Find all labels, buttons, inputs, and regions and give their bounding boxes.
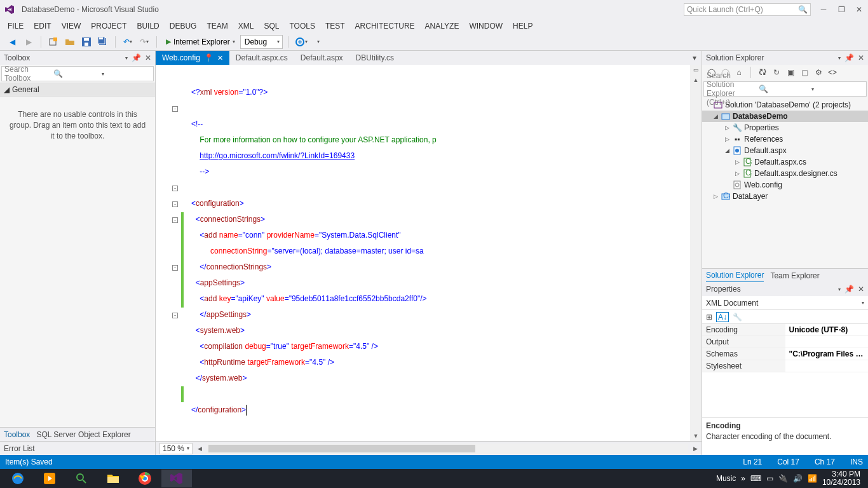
close-icon[interactable]: ✕ [858, 53, 864, 62]
tabs-dropdown-icon[interactable]: ▾ [688, 53, 702, 62]
taskbar-search-icon[interactable] [66, 470, 97, 487]
menu-debug[interactable]: DEBUG [170, 22, 197, 30]
save-all-button[interactable] [96, 35, 110, 49]
panel-options-icon[interactable]: ▾ [838, 287, 841, 292]
pin-icon[interactable]: 📌 [844, 53, 854, 62]
open-button[interactable] [63, 35, 77, 49]
close-icon[interactable]: ✕ [217, 54, 223, 62]
tab-error-list[interactable]: Error List [0, 441, 155, 455]
properties-object-type[interactable]: XML Document▾ [702, 296, 868, 310]
quick-launch-input[interactable]: Quick Launch (Ctrl+Q) 🔍 [684, 3, 811, 16]
pin-icon[interactable]: 📍 [204, 53, 214, 62]
pin-icon[interactable]: 📌 [132, 53, 141, 62]
tray-clock[interactable]: 3:40 PM 10/24/2013 [822, 470, 860, 487]
back-button[interactable]: ◀ [5, 35, 19, 49]
undo-button[interactable]: ↶ ▾ [121, 35, 135, 49]
menu-edit[interactable]: EDIT [34, 22, 51, 30]
maximize-button[interactable]: ❐ [836, 5, 846, 14]
forward-button[interactable]: ▶ [22, 35, 36, 49]
scroll-left-icon[interactable]: ◀ [198, 445, 202, 452]
tree-project-datalayer[interactable]: ▷C#DataLayer [702, 191, 868, 202]
menu-file[interactable]: FILE [8, 22, 24, 30]
show-all-icon[interactable]: ▢ [799, 67, 810, 78]
tree-default-designer-cs[interactable]: ▷C#Default.aspx.designer.cs [702, 168, 868, 179]
preview-icon[interactable]: <> [827, 67, 837, 78]
tab-sql-server-object-explorer[interactable]: SQL Server Object Explorer [36, 430, 130, 439]
redo-button[interactable]: ↷ ▾ [137, 35, 151, 49]
tab-team-explorer[interactable]: Team Explorer [770, 271, 819, 280]
tree-default-aspx[interactable]: ◢Default.aspx [702, 145, 868, 156]
config-dropdown[interactable]: Debug▾ [240, 35, 283, 49]
tree-references[interactable]: ▷▪▪References [702, 133, 868, 145]
tab-solution-explorer[interactable]: Solution Explorer [706, 269, 764, 283]
forward-icon[interactable]: ◯ [720, 67, 730, 78]
tray-more-icon[interactable]: » [741, 474, 745, 483]
tree-solution-root[interactable]: Solution 'DatabaseDemo' (2 projects) [702, 99, 868, 111]
horizontal-scrollbar[interactable] [207, 444, 688, 454]
tray-power-icon[interactable]: 🔌 [778, 474, 788, 483]
collapse-icon[interactable]: ▣ [785, 67, 796, 78]
tree-default-aspx-cs[interactable]: ▷C#Default.aspx.cs [702, 156, 868, 168]
code-content[interactable]: <?xml version="1.0"?> <!-- For more info… [191, 69, 688, 434]
taskbar-visualstudio-icon[interactable] [161, 470, 192, 487]
menu-build[interactable]: BUILD [137, 22, 159, 30]
system-tray[interactable]: Music » ⌨ ▭ 🔌 🔊 📶 3:40 PM 10/24/2013 [716, 470, 865, 487]
toolbox-group-general[interactable]: ◢ General [0, 83, 155, 97]
split-icon[interactable]: ▭ [690, 65, 702, 75]
taskbar-ie-icon[interactable] [3, 470, 33, 487]
vertical-scrollbar[interactable]: ▭ ▲ ▼ [690, 65, 702, 441]
menu-sql[interactable]: SQL [264, 22, 279, 30]
solution-explorer-search-input[interactable]: Search Solution Explorer (Ctrl+;) 🔍▾ [703, 81, 867, 97]
editor-gutter[interactable]: - --- - - [156, 69, 181, 402]
browser-link-button[interactable]: ▾ [294, 35, 309, 49]
properties-grid[interactable]: EncodingUnicode (UTF-8) Output Schemas"C… [702, 324, 868, 372]
tab-default-aspx-cs[interactable]: Default.aspx.cs [229, 51, 294, 65]
taskbar-media-icon[interactable] [34, 470, 65, 487]
pin-icon[interactable]: 📌 [844, 285, 854, 294]
start-debug-button[interactable]: ▶Internet Explorer▾ [162, 35, 238, 49]
tray-keyboard-icon[interactable]: ⌨ [750, 474, 761, 483]
menu-team[interactable]: TEAM [207, 22, 227, 30]
menu-view[interactable]: VIEW [62, 22, 81, 30]
close-icon[interactable]: ✕ [145, 53, 151, 62]
menu-project[interactable]: PROJECT [91, 22, 126, 30]
property-pages-icon[interactable]: 🔧 [733, 313, 742, 322]
alphabetical-icon[interactable]: A↓ [716, 312, 729, 322]
search-icon[interactable]: 🔍 [798, 5, 808, 14]
menu-window[interactable]: WINDOW [469, 22, 503, 30]
tree-properties[interactable]: ▷🔧Properties [702, 122, 868, 133]
tab-default-aspx[interactable]: Default.aspx [294, 51, 349, 65]
tree-project-databasedemo[interactable]: ◢DatabaseDemo [702, 111, 868, 122]
menu-tools[interactable]: TOOLS [289, 22, 315, 30]
toolbox-search-input[interactable]: Search Toolbox 🔍▾ [1, 66, 154, 81]
close-button[interactable]: ✕ [854, 5, 864, 14]
zoom-dropdown[interactable]: 150 %▾ [159, 443, 193, 454]
tab-toolbox[interactable]: Toolbox [4, 430, 30, 439]
solution-tree[interactable]: Solution 'DatabaseDemo' (2 projects) ◢Da… [702, 98, 868, 268]
tab-web-config[interactable]: Web.config📍✕ [156, 51, 229, 65]
refresh-icon[interactable]: ↻ [771, 67, 782, 78]
tray-volume-icon[interactable]: 🔊 [793, 474, 803, 483]
tree-web-config[interactable]: Web.config [702, 179, 868, 191]
panel-options-icon[interactable]: ▾ [838, 55, 841, 61]
sync-icon[interactable]: 🗘 [757, 67, 768, 78]
menu-xml[interactable]: XML [238, 22, 254, 30]
menu-architecture[interactable]: ARCHITECTURE [355, 22, 415, 30]
properties-icon[interactable]: ⚙ [813, 67, 824, 78]
taskbar-explorer-icon[interactable] [98, 470, 128, 487]
categorized-icon[interactable]: ⊞ [706, 313, 712, 322]
scroll-down-icon[interactable]: ▼ [690, 431, 702, 441]
tray-network-icon[interactable]: 📶 [808, 474, 817, 483]
close-icon[interactable]: ✕ [858, 285, 864, 294]
tray-action-icon[interactable]: ▭ [766, 474, 773, 483]
scroll-right-icon[interactable]: ▶ [693, 445, 698, 452]
taskbar-chrome-icon[interactable] [130, 470, 160, 487]
scroll-up-icon[interactable]: ▲ [690, 75, 702, 85]
menu-test[interactable]: TEST [325, 22, 345, 30]
save-button[interactable] [79, 35, 93, 49]
new-project-button[interactable] [46, 35, 60, 49]
tab-dbutility-cs[interactable]: DBUtility.cs [349, 51, 400, 65]
minimize-button[interactable]: ─ [818, 5, 829, 14]
code-editor[interactable]: - --- - - <?xml version="1.0"?> <!-- For… [156, 65, 702, 441]
toolbar-overflow[interactable]: ▾ [311, 35, 325, 49]
